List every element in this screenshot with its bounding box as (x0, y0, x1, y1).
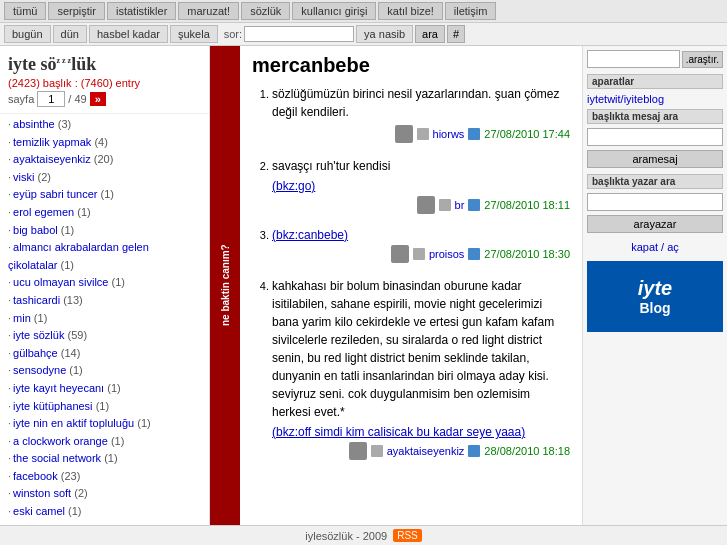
sidebar-link[interactable]: iyte nin en aktif topluluğu (13, 417, 134, 429)
entry-icon (417, 128, 429, 140)
sidebar-link[interactable]: the social network (13, 452, 101, 464)
sidebar-link[interactable]: a clockwork orange (13, 435, 108, 447)
widget-panel: .araştır. aparatlar iytetwit/iyiteblog b… (582, 46, 727, 525)
entry-bkz: (bkz:go) (272, 179, 570, 193)
top-nav-item[interactable]: iletişim (445, 2, 497, 20)
entry-list: sözlüğümüzün birinci nesil yazarlarından… (252, 85, 570, 460)
list-item: ·big babol (1) (8, 222, 201, 240)
sidebar-link[interactable]: almancı akrabalardan gelen çikolatalar (8, 241, 149, 271)
top-nav-item[interactable]: tümü (4, 2, 46, 20)
kapat-ac-link[interactable]: kapat / aç (587, 241, 723, 253)
ne-baktin-strip: ne baktin canım? (210, 46, 240, 525)
list-item: ·ucu olmayan sivilce (1) (8, 274, 201, 292)
entry-meta: ayaktaiseyenkiz 28/08/2010 18:18 (272, 442, 570, 460)
sidebar-link[interactable]: absinthe (13, 118, 55, 130)
sidebar-link[interactable]: eyüp sabri tuncer (13, 188, 97, 200)
baslikta-mesaj-label: başlıkta mesaj ara (587, 109, 723, 124)
top-nav-item[interactable]: maruzat! (178, 2, 239, 20)
list-item: ·winston soft (2) (8, 485, 201, 503)
sidebar-link[interactable]: min (13, 312, 31, 324)
sidebar-link[interactable]: ayaktaiseyenkiz (13, 153, 91, 165)
ara-button[interactable]: ara (415, 25, 445, 43)
baslikta-mesaj-input[interactable] (587, 128, 723, 146)
avatar (395, 125, 413, 143)
avatar (417, 196, 435, 214)
blog-title-line1: iyte (591, 277, 719, 300)
top-nav: tümüserpiştiristatistiklermaruzat!sözlük… (0, 0, 727, 23)
calendar-icon (468, 248, 480, 260)
top-nav-item[interactable]: katıl bize! (378, 2, 442, 20)
sidebar-link[interactable]: iyte kayıt heyecanı (13, 382, 104, 394)
list-item: ·the social network (1) (8, 450, 201, 468)
left-sidebar: iyte söz z zlük (2423) başlık : (7460) e… (0, 46, 210, 525)
sidebar-link[interactable]: iyte kütüphanesi (13, 400, 93, 412)
araştır-input[interactable] (587, 50, 680, 68)
right-panel: mercanbebe sözlüğümüzün birinci nesil ya… (240, 46, 727, 525)
second-nav-item[interactable]: şukela (170, 25, 218, 43)
list-item: ·almancı akrabalardan gelen çikolatalar … (8, 239, 201, 274)
list-item: ·botanik (1) (8, 521, 201, 525)
entry-date: 27/08/2010 17:44 (484, 128, 570, 140)
sidebar-link[interactable]: facebook (13, 470, 58, 482)
ya-nasib-button[interactable]: ya nasib (356, 25, 413, 43)
entry-meta: br 27/08/2010 18:11 (272, 196, 570, 214)
logo-title: iyte söz z zlük (8, 54, 201, 75)
entry-text: sözlüğümüzün birinci nesil yazarlarından… (272, 85, 570, 121)
baslikta-yazar-button[interactable]: arayazar (587, 215, 723, 233)
aparatlar-link[interactable]: iytetwit/iyiteblog (587, 93, 723, 105)
entry-author[interactable]: proisos (429, 248, 464, 260)
sidebar-list: ·absinthe (3)·temizlik yapmak (4)·ayakta… (0, 114, 209, 525)
sidebar-link[interactable]: winston soft (13, 487, 71, 499)
calendar-icon (468, 199, 480, 211)
araştır-button[interactable]: .araştır. (682, 51, 723, 68)
sidebar-link[interactable]: big babol (13, 224, 58, 236)
list-item: ·iyte nin en aktif topluluğu (1) (8, 415, 201, 433)
table-row: savaşçı ruh'tur kendisi(bkz:go) br 27/08… (272, 157, 570, 214)
top-nav-item[interactable]: kullanıcı girişi (292, 2, 376, 20)
baslikta-yazar-input[interactable] (587, 193, 723, 211)
sayfa-total: / 49 (68, 93, 86, 105)
hash-button[interactable]: # (447, 25, 465, 43)
baslikta-yazar-label: başlıkta yazar ara (587, 174, 723, 189)
sidebar-link[interactable]: iyte sözlük (13, 329, 64, 341)
second-nav-item[interactable]: bugün (4, 25, 51, 43)
entry-meta: proisos 27/08/2010 18:30 (272, 245, 570, 263)
blog-banner[interactable]: iyte Blog (587, 261, 723, 332)
sor-input[interactable] (244, 26, 354, 42)
sayfa-next-button[interactable]: » (90, 92, 106, 106)
page-title: mercanbebe (252, 54, 570, 77)
avatar (391, 245, 409, 263)
blog-title-line2: Blog (591, 300, 719, 316)
table-row: (bkz:canbebe) proisos 27/08/2010 18:30 (272, 228, 570, 263)
sidebar-link[interactable]: temizlik yapmak (13, 136, 91, 148)
sidebar-link[interactable]: viski (13, 171, 34, 183)
sidebar-link[interactable]: sensodyne (13, 364, 66, 376)
top-nav-item[interactable]: sözlük (241, 2, 290, 20)
entry-count: (2423) başlık : (7460) entry (8, 77, 201, 89)
content-area: mercanbebe sözlüğümüzün birinci nesil ya… (240, 46, 582, 525)
top-nav-item[interactable]: serpiştir (48, 2, 105, 20)
list-item: ·temizlik yapmak (4) (8, 134, 201, 152)
second-nav-item[interactable]: hasbel kadar (89, 25, 168, 43)
top-nav-item[interactable]: istatistikler (107, 2, 176, 20)
sidebar-link[interactable]: eski camel (13, 505, 65, 517)
sidebar-link[interactable]: botanik (13, 523, 48, 525)
table-row: kahkahası bir bolum binasindan oburune k… (272, 277, 570, 460)
sidebar-link[interactable]: ucu olmayan sivilce (13, 276, 108, 288)
entry-author[interactable]: ayaktaiseyenkiz (387, 445, 465, 457)
sayfa-input[interactable] (37, 91, 65, 107)
footer-text: iylesözlük - 2009 (305, 530, 387, 542)
rss-badge[interactable]: RSS (393, 529, 422, 542)
entry-author[interactable]: br (455, 199, 465, 211)
sayfa-label: sayfa (8, 93, 34, 105)
sidebar-link[interactable]: gülbahçe (13, 347, 58, 359)
footer: iylesözlük - 2009 RSS (0, 525, 727, 545)
second-nav-item[interactable]: dün (53, 25, 87, 43)
ne-baktin-text: ne baktin canım? (220, 245, 231, 327)
sidebar-link[interactable]: erol egemen (13, 206, 74, 218)
sidebar-link[interactable]: tashicardi (13, 294, 60, 306)
entry-bkz: (bkz:off simdi kim calisicak bu kadar se… (272, 425, 570, 439)
baslikta-mesaj-button[interactable]: aramesaj (587, 150, 723, 168)
entry-author[interactable]: hiorws (433, 128, 465, 140)
calendar-icon (468, 128, 480, 140)
